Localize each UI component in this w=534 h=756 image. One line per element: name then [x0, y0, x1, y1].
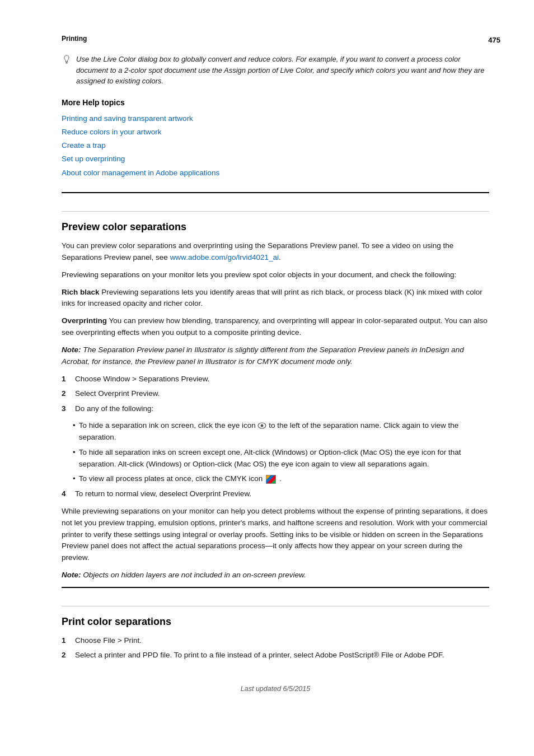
svg-rect-1	[65, 63, 67, 63]
print-section: Print color separations 1 Choose File > …	[62, 587, 489, 661]
footer-text: Last updated 6/5/2015	[241, 685, 310, 693]
note1: Note: The Separation Preview panel in Il…	[62, 344, 489, 368]
list-item[interactable]: Reduce colors in your artwork	[62, 127, 489, 138]
note2: Note: Objects on hidden layers are not i…	[62, 570, 489, 581]
print-steps: 1 Choose File > Print. 2 Select a printe…	[62, 635, 489, 661]
preview-section-heading: Preview color separations	[62, 211, 489, 235]
list-item[interactable]: Printing and saving transparent artwork	[62, 113, 489, 124]
footer: Last updated 6/5/2015	[62, 684, 489, 694]
preview-para1: You can preview color separations and ov…	[62, 240, 489, 264]
list-item[interactable]: About color management in Adobe applicat…	[62, 167, 489, 179]
link-list: Printing and saving transparent artwork …	[62, 113, 489, 179]
tip-text: Use the Live Color dialog box to globall…	[76, 54, 489, 87]
preview-steps: 1 Choose Window > Separations Preview. 2…	[62, 374, 489, 414]
adobe-link[interactable]: www.adobe.com/go/lrvid4021_ai	[170, 253, 279, 262]
step-4-list: 4 To return to normal view, deselect Ove…	[62, 488, 489, 500]
step-4: 4 To return to normal view, deselect Ove…	[62, 488, 489, 500]
step-3: 3 Do any of the following:	[62, 403, 489, 414]
step-4-text: To return to normal view, deselect Overp…	[75, 488, 251, 500]
overprinting-para: Overprinting You can preview how blendin…	[62, 315, 489, 339]
eye-icon	[257, 422, 266, 430]
step-2: 2 Select Overprint Preview.	[62, 388, 489, 399]
preview-section: Preview color separations You can previe…	[62, 192, 489, 581]
svg-point-3	[261, 424, 264, 427]
overprinting-label: Overprinting	[62, 316, 107, 325]
link-overprinting[interactable]: Set up overprinting	[62, 155, 125, 163]
rich-black-para: Rich black Previewing separations lets y…	[62, 287, 489, 310]
svg-rect-0	[65, 62, 67, 62]
print-section-heading: Print color separations	[62, 606, 489, 629]
print-step-2: 2 Select a printer and PPD file. To prin…	[62, 650, 489, 661]
preview-after-para: While previewing separations on your mon…	[62, 506, 489, 564]
note2-text: Objects on hidden layers are not include…	[83, 571, 306, 579]
bullet-3: To view all process plates at once, clic…	[73, 473, 489, 485]
link-color-management[interactable]: About color management in Adobe applicat…	[62, 169, 219, 177]
more-help-section: More Help topics Printing and saving tra…	[62, 97, 489, 179]
overprinting-text: You can preview how blending, transparen…	[62, 316, 488, 337]
print-section-divider	[62, 587, 489, 588]
page-number: 475	[488, 35, 500, 46]
print-step-1: 1 Choose File > Print.	[62, 635, 489, 646]
step-1: 1 Choose Window > Separations Preview.	[62, 374, 489, 385]
list-item[interactable]: Set up overprinting	[62, 153, 489, 165]
print-step-1-text: Choose File > Print.	[75, 635, 142, 646]
step-3-text: Do any of the following:	[75, 403, 153, 414]
print-step-2-text: Select a printer and PPD file. To print …	[75, 650, 444, 661]
more-help-title: More Help topics	[62, 97, 489, 109]
bullet-1: To hide a separation ink on screen, clic…	[73, 420, 489, 444]
step-1-text: Choose Window > Separations Preview.	[75, 374, 210, 385]
note1-text: The Separation Preview panel in Illustra…	[62, 346, 464, 366]
link-create-trap[interactable]: Create a trap	[62, 141, 106, 150]
link-printing-saving[interactable]: Printing and saving transparent artwork	[62, 114, 193, 123]
tip-block: Use the Live Color dialog box to globall…	[62, 54, 489, 87]
rich-black-text: Previewing separations lets you identify…	[62, 288, 483, 308]
page: 475 Printing Use the Live Color dialog b…	[0, 0, 534, 756]
preview-para2: Previewing separations on your monitor l…	[62, 269, 489, 281]
step-2-text: Select Overprint Preview.	[75, 388, 160, 399]
cmyk-icon	[266, 475, 276, 484]
bullet-2: To hide all separation inks on screen ex…	[73, 447, 489, 470]
tip-icon	[62, 55, 72, 65]
list-item[interactable]: Create a trap	[62, 140, 489, 151]
bullet-list: To hide a separation ink on screen, clic…	[73, 420, 489, 486]
section-label: Printing	[62, 34, 489, 44]
link-reduce-colors[interactable]: Reduce colors in your artwork	[62, 128, 162, 136]
section-divider	[62, 192, 489, 193]
rich-black-label: Rich black	[62, 288, 100, 296]
